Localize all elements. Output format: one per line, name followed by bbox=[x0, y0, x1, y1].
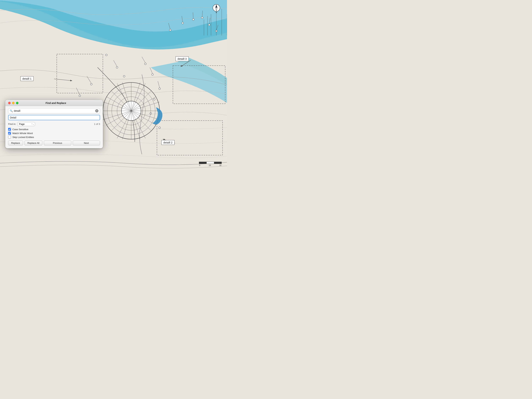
svg-point-20 bbox=[169, 29, 171, 31]
svg-point-54 bbox=[107, 87, 155, 135]
scale-label-0: 0 bbox=[199, 164, 200, 166]
svg-line-50 bbox=[117, 83, 146, 138]
search-row: 🔍 ✕ bbox=[8, 108, 100, 114]
replace-button[interactable]: Replace bbox=[8, 141, 23, 146]
svg-point-21 bbox=[182, 22, 184, 24]
svg-point-38 bbox=[103, 82, 160, 139]
next-button[interactable]: Next bbox=[73, 141, 100, 146]
svg-point-24 bbox=[208, 24, 210, 26]
svg-line-3 bbox=[54, 79, 72, 81]
svg-line-49 bbox=[106, 97, 156, 125]
svg-line-36 bbox=[209, 18, 210, 24]
count-label: 1 of 3 bbox=[94, 123, 100, 125]
replace-all-button[interactable]: Replace All bbox=[25, 141, 43, 146]
svg-line-31 bbox=[158, 81, 160, 88]
detail-label-2: detaill 2 bbox=[161, 140, 175, 145]
svg-point-25 bbox=[215, 30, 217, 32]
case-sensitive-checkbox[interactable] bbox=[8, 128, 11, 131]
find-replace-dialog: Find and Replace 🔍 ✕ Find in: Page Docum… bbox=[5, 100, 103, 148]
find-in-select-wrapper[interactable]: Page Document Selection bbox=[17, 122, 35, 126]
svg-point-15 bbox=[152, 74, 153, 75]
skip-locked-label: Skip Locked Entities bbox=[13, 136, 34, 139]
svg-point-19 bbox=[159, 127, 160, 129]
svg-point-52 bbox=[117, 97, 146, 125]
find-in-label: Find in: bbox=[8, 123, 16, 125]
svg-point-6 bbox=[90, 83, 92, 85]
svg-point-39 bbox=[121, 101, 141, 120]
svg-rect-0 bbox=[57, 54, 103, 93]
search-input[interactable] bbox=[14, 109, 94, 112]
scale-bar: 0 16 32 bbox=[199, 162, 222, 166]
find-in-row: Find in: Page Document Selection 1 of 3 bbox=[8, 122, 100, 126]
svg-line-42 bbox=[111, 91, 151, 131]
find-in-select[interactable]: Page Document Selection bbox=[17, 122, 35, 126]
svg-line-30 bbox=[150, 67, 152, 74]
svg-line-27 bbox=[76, 88, 80, 95]
svg-line-43 bbox=[111, 91, 151, 131]
svg-line-32 bbox=[168, 23, 170, 29]
svg-point-7 bbox=[79, 95, 81, 97]
previous-button[interactable]: Previous bbox=[44, 141, 71, 146]
close-button[interactable] bbox=[8, 102, 11, 104]
detail-label-3: detaill 3 bbox=[176, 56, 189, 61]
checkbox-match-whole-word-row: Match Whole Word bbox=[8, 132, 100, 135]
checkbox-case-sensitive-row: Case Sensitive bbox=[8, 128, 100, 131]
svg-line-5 bbox=[181, 60, 191, 66]
svg-line-51 bbox=[117, 83, 146, 138]
svg-point-12 bbox=[116, 66, 118, 68]
svg-point-53 bbox=[112, 91, 151, 130]
search-icon: 🔍 bbox=[10, 109, 13, 112]
match-whole-word-checkbox[interactable] bbox=[8, 132, 11, 135]
replace-input[interactable] bbox=[8, 115, 100, 120]
svg-line-47 bbox=[122, 82, 140, 139]
svg-line-29 bbox=[142, 57, 146, 63]
svg-line-33 bbox=[182, 16, 183, 22]
buttons-row: Replace Replace All Previous Next bbox=[8, 141, 100, 146]
svg-point-14 bbox=[145, 63, 146, 65]
svg-rect-1 bbox=[157, 120, 222, 155]
svg-line-48 bbox=[106, 97, 156, 125]
detail-label-1: detaill 1 bbox=[20, 76, 33, 81]
match-whole-word-label: Match Whole Word bbox=[13, 132, 33, 135]
svg-line-44 bbox=[103, 102, 160, 120]
dialog-title: Find and Replace bbox=[12, 101, 100, 104]
scale-label-32: 32 bbox=[219, 164, 222, 166]
svg-point-22 bbox=[192, 19, 194, 20]
dialog-body: 🔍 ✕ Find in: Page Document Selection 1 o… bbox=[5, 106, 103, 148]
checkbox-skip-locked-row: Skip Locked Entities bbox=[8, 136, 100, 139]
svg-point-17 bbox=[153, 98, 155, 100]
svg-point-23 bbox=[201, 17, 203, 19]
svg-line-28 bbox=[114, 60, 117, 66]
svg-rect-2 bbox=[173, 66, 225, 104]
svg-line-35 bbox=[202, 11, 203, 17]
skip-locked-checkbox[interactable] bbox=[8, 136, 11, 139]
svg-line-26 bbox=[87, 76, 91, 83]
svg-line-46 bbox=[122, 82, 140, 139]
svg-text:N: N bbox=[216, 12, 217, 13]
case-sensitive-label: Case Sensitive bbox=[13, 128, 28, 131]
svg-point-16 bbox=[159, 88, 160, 89]
dialog-titlebar: Find and Replace bbox=[5, 100, 103, 106]
svg-line-37 bbox=[216, 25, 218, 30]
scale-label-16: 16 bbox=[209, 164, 211, 166]
svg-line-45 bbox=[103, 102, 160, 120]
north-arrow: N bbox=[211, 3, 222, 14]
svg-point-11 bbox=[106, 54, 107, 56]
svg-point-18 bbox=[150, 113, 152, 114]
clear-search-button[interactable]: ✕ bbox=[95, 109, 98, 112]
svg-line-34 bbox=[193, 13, 193, 19]
svg-point-13 bbox=[123, 75, 125, 77]
